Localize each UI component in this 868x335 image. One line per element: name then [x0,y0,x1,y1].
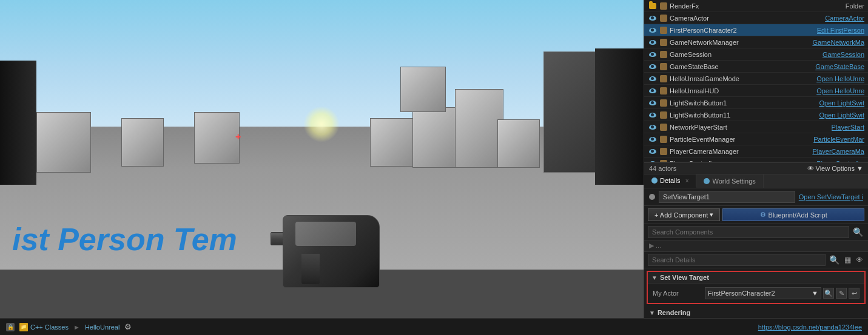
actor-visibility-icon[interactable] [648,62,658,71]
bottom-url-link[interactable]: https://blog.csdn.net/panda1234lee [758,323,862,331]
search-details-eye-icon[interactable]: 👁 [855,256,864,264]
actor-visibility-icon[interactable] [648,86,658,96]
scene-box-8 [497,119,540,168]
actor-row[interactable]: CameraActorCameraActor [644,12,868,24]
breadcrumb-hello-unreal[interactable]: HelloUnreal [85,323,119,331]
actor-type[interactable]: Open LightSwit [819,111,864,119]
viewport-bg: ist Person Tem + [0,0,644,318]
actor-type[interactable]: GameNetworkMa [812,39,864,46]
my-actor-label: My Actor [653,290,701,297]
fp-text: ist Person Tem [12,221,237,257]
actor-row[interactable]: RenderFxFolder [644,0,868,12]
actor-type[interactable]: PlayerCameraMa [812,148,864,155]
tab-world-settings[interactable]: World Settings [696,174,763,188]
actor-row[interactable]: HelloUnrealHUDOpen HelloUnre [644,85,868,97]
actor-visibility-icon[interactable] [648,122,658,132]
eye-icon [649,76,656,81]
my-actor-edit-icon[interactable]: ✎ [836,288,847,299]
view-options-chevron-icon: ▼ [856,165,863,172]
actor-type[interactable]: Open HelloUnre [816,87,864,95]
actor-row[interactable]: PlayerControllerPlayerController [644,158,868,162]
rendering-section: ▼ Rendering Actor Hidden In Gam [644,307,868,318]
actor-visibility-icon[interactable] [648,13,658,23]
actor-type[interactable]: Edit FirstPerson [817,27,864,34]
set-view-section-header: ▼ Set View Target [648,272,864,284]
actor-type[interactable]: Open HelloUnre [816,75,864,82]
actor-type[interactable]: ParticleEventMar [813,136,864,143]
actor-visibility-icon[interactable] [648,1,658,11]
actor-type[interactable]: CameraActor [825,15,864,22]
search-details-input[interactable] [648,254,826,266]
actor-type[interactable]: GameStateBase [815,63,864,70]
details-tab-close[interactable]: × [685,177,689,184]
actor-row[interactable]: NetworkPlayerStartPlayerStart [644,121,868,133]
actor-visibility-icon[interactable] [648,25,658,35]
my-actor-dropdown[interactable]: FirstPersonCharacter2 ▼ [705,287,821,299]
actor-type-icon [660,27,667,34]
my-actor-search-icon[interactable]: 🔍 [823,288,834,299]
view-options-button[interactable]: 👁 View Options ▼ [807,165,864,172]
component-row: ▶ ... [644,240,868,251]
actor-list[interactable]: RenderFxFolderCameraActorCameraActorFirs… [644,0,868,162]
actor-type[interactable]: GameSession [823,51,864,58]
actor-visibility-icon[interactable] [648,134,658,144]
world-settings-tab-icon [704,178,710,184]
actor-visibility-icon[interactable] [648,110,658,120]
view-options-eye-icon: 👁 [807,165,814,172]
blueprint-gear-icon: ⚙ [760,211,766,219]
breadcrumb-separator: ► [73,323,80,331]
actor-row[interactable]: GameNetworkManagerGameNetworkMa [644,36,868,48]
set-view-target-input[interactable] [659,191,795,203]
blueprint-button[interactable]: ⚙ Blueprint/Add Script [722,208,864,221]
actor-row[interactable]: HelloUnrealGameModeOpen HelloUnre [644,73,868,85]
actor-count: 44 actors [649,165,807,172]
folder-icon [649,3,656,9]
actor-type-icon [660,99,667,107]
actor-visibility-icon[interactable] [648,98,658,108]
actor-type[interactable]: Open LightSwit [819,99,864,107]
breadcrumb-cpp-classes[interactable]: 📁 C++ Classes [19,323,69,331]
actor-row[interactable]: LightSwitchButton1Open LightSwit [644,97,868,109]
bottom-gear-icon[interactable]: ⚙ [124,322,132,331]
actor-type[interactable]: PlayerStart [832,124,864,131]
actor-name: FirstPersonCharacter2 [670,27,815,34]
actor-name: GameNetworkManager [670,39,810,46]
rendering-header: ▼ Rendering [649,308,863,317]
actor-row[interactable]: GameStateBaseGameStateBase [644,61,868,73]
actor-type-icon [660,2,667,10]
my-actor-undo-icon[interactable]: ↩ [849,288,860,299]
search-components-input[interactable] [648,226,849,238]
cpp-classes-folder-icon: 📁 [19,323,28,331]
scene-box-dark [543,51,598,173]
actor-row[interactable]: ParticleEventManagerParticleEventMar [644,133,868,145]
tab-details[interactable]: Details × [644,174,696,188]
scene-box-5 [412,107,461,168]
scene-box-2 [121,118,164,167]
open-set-view-target-link[interactable]: Open SetViewTarget i [799,193,863,201]
wall-right [595,48,644,185]
scene-box-4 [370,118,419,167]
rendering-title: Rendering [658,309,690,316]
my-actor-property-row: My Actor FirstPersonCharacter2 ▼ 🔍 ✎ ↩ [653,286,860,300]
my-actor-value: FirstPersonCharacter2 [708,290,775,297]
view-options-label: View Options [816,165,855,172]
add-component-button[interactable]: + Add Component ▾ [648,208,720,221]
actor-visibility-icon[interactable] [648,38,658,47]
search-details-search-icon[interactable]: 🔍 [828,255,841,265]
actor-type[interactable]: Folder [846,2,864,10]
actor-name: GameStateBase [670,63,813,70]
search-details-grid-icon[interactable]: ▦ [843,256,852,264]
actor-row[interactable]: FirstPersonCharacter2Edit FirstPerson [644,24,868,36]
actor-visibility-icon[interactable] [648,50,658,59]
actor-row[interactable]: PlayerCameraManagerPlayerCameraMa [644,145,868,158]
rendering-collapse-icon[interactable]: ▼ [649,310,655,316]
section-collapse-icon[interactable]: ▼ [651,274,658,281]
actor-visibility-icon[interactable] [648,74,658,84]
actor-name: GameSession [670,51,820,58]
actor-row[interactable]: LightSwitchButton11Open LightSwit [644,109,868,121]
search-components-button[interactable]: 🔍 [852,227,864,237]
eye-icon [649,149,656,154]
actor-row[interactable]: GameSessionGameSession [644,48,868,61]
actor-visibility-icon[interactable] [648,147,658,156]
scene-box-1 [36,112,91,173]
